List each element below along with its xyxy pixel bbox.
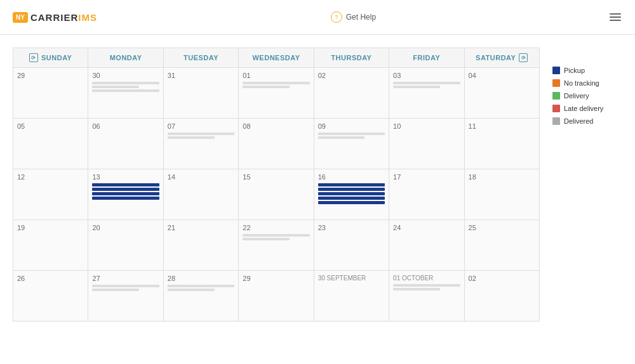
legend-item: Pickup [552, 67, 585, 74]
calendar-cell: 09 [314, 119, 389, 169]
header-right: ? Get Help [331, 11, 376, 23]
calendar-table: ⟳ SUNDAY MONDAY TUESDAY WEDNESDAY THURSD… [13, 48, 540, 322]
calendar-cell: 15 [239, 169, 314, 220]
legend-label: Delivery [564, 92, 589, 100]
calendar-cell: 13 [88, 169, 163, 220]
legend-color-box [552, 67, 560, 74]
cell-bars [92, 183, 159, 200]
calendar-cell: 21 [163, 220, 238, 271]
cell-date: 24 [393, 224, 460, 231]
calendar-cell: 28 [163, 271, 238, 322]
calendar-cell: 26 [13, 271, 88, 322]
cal-icon-left: ⟳ [29, 53, 38, 62]
cell-date: 15 [243, 173, 309, 181]
legend-item: Delivered [552, 117, 593, 125]
calendar-cell: 20 [88, 220, 163, 271]
legend-color-box [552, 105, 560, 112]
cell-date: 04 [469, 72, 535, 79]
legend-item: Delivery [552, 92, 589, 100]
legend: PickupNo trackingDeliveryLate deliveryDe… [552, 48, 622, 322]
calendar-cell: 30 SEPTEMBER [314, 271, 389, 322]
calendar-cell: 07 [163, 119, 238, 169]
cell-date: 01 [243, 72, 309, 79]
logo-box: NY [13, 12, 28, 23]
calendar-cell: 29 [239, 271, 314, 322]
calendar-cell: 25 [464, 220, 539, 271]
support-label[interactable]: Get Help [346, 13, 376, 22]
menu-icon[interactable] [610, 11, 622, 23]
cell-date: 06 [92, 122, 159, 130]
cell-date: 05 [17, 122, 84, 130]
calendar-wrapper: ⟳ SUNDAY MONDAY TUESDAY WEDNESDAY THURSD… [0, 35, 635, 334]
cell-date: 29 [243, 275, 309, 282]
calendar-cell: 22 [239, 220, 314, 271]
calendar-cell: 30 [88, 68, 163, 119]
header: NY CARRIERIMS ? Get Help [0, 0, 635, 35]
calendar-cell: 24 [389, 220, 464, 271]
legend-label: No tracking [564, 79, 599, 87]
calendar-cell: 12 [13, 169, 88, 220]
col-friday: FRIDAY [389, 48, 464, 68]
legend-label: Pickup [564, 67, 585, 74]
calendar-cell: 03 [389, 68, 464, 119]
calendar-cell: 01 OCTOBER [389, 271, 464, 322]
cell-date: 28 [168, 275, 234, 282]
legend-item: No tracking [552, 79, 599, 87]
cell-date: 14 [168, 173, 234, 181]
cell-date: 11 [469, 122, 535, 130]
cell-date: 02 [469, 275, 535, 282]
calendar-cell: 29 [13, 68, 88, 119]
cell-date: 01 OCTOBER [393, 275, 460, 282]
cell-date: 13 [92, 173, 159, 181]
cell-date: 19 [17, 224, 84, 231]
logo-text: CARRIERIMS [30, 12, 97, 23]
cell-date: 17 [393, 173, 460, 181]
calendar-cell: 01 [239, 68, 314, 119]
cell-date: 21 [168, 224, 234, 231]
cell-date: 22 [243, 224, 309, 231]
col-sunday: ⟳ SUNDAY [13, 48, 88, 68]
calendar-cell: 31 [163, 68, 238, 119]
cell-bars [318, 183, 385, 204]
cell-date: 07 [168, 122, 234, 130]
legend-color-box [552, 117, 560, 125]
legend-color-box [552, 79, 560, 87]
cell-date: 02 [318, 72, 385, 79]
calendar-cell: 08 [239, 119, 314, 169]
col-wednesday: WEDNESDAY [239, 48, 314, 68]
cell-date: 25 [469, 224, 535, 231]
calendar-cell: 23 [314, 220, 389, 271]
cell-date: 26 [17, 275, 84, 282]
calendar-cell: 17 [389, 169, 464, 220]
cell-date: 20 [92, 224, 159, 231]
col-thursday: THURSDAY [314, 48, 389, 68]
cell-date: 12 [17, 173, 84, 181]
cell-date: 03 [393, 72, 460, 79]
calendar-cell: 02 [464, 271, 539, 322]
col-monday: MONDAY [88, 48, 163, 68]
support-icon: ? [331, 11, 342, 23]
cell-date: 23 [318, 224, 385, 231]
cal-icon-right: ⟳ [519, 53, 528, 62]
calendar-cell: 18 [464, 169, 539, 220]
cell-date: 10 [393, 122, 460, 130]
col-saturday: SATURDAY ⟳ [464, 48, 539, 68]
cell-date: 31 [168, 72, 234, 79]
cell-date: 16 [318, 173, 385, 181]
calendar-cell: 14 [163, 169, 238, 220]
cell-date: 08 [243, 122, 309, 130]
calendar-cell: 10 [389, 119, 464, 169]
col-tuesday: TUESDAY [163, 48, 238, 68]
calendar-cell: 11 [464, 119, 539, 169]
cell-date: 30 SEPTEMBER [318, 275, 385, 282]
cell-date: 27 [92, 275, 159, 282]
cell-date: 18 [469, 173, 535, 181]
logo: NY CARRIERIMS [13, 12, 97, 23]
cell-date: 09 [318, 122, 385, 130]
calendar-cell: 19 [13, 220, 88, 271]
legend-color-box [552, 92, 560, 100]
calendar-cell: 05 [13, 119, 88, 169]
calendar-cell: 06 [88, 119, 163, 169]
cell-date: 29 [17, 72, 84, 79]
calendar-cell: 27 [88, 271, 163, 322]
